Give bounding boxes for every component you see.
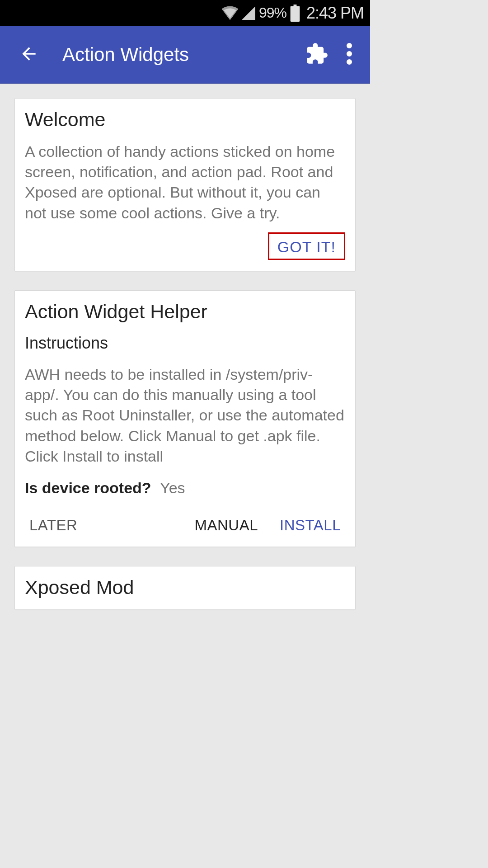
arrow-left-icon bbox=[19, 44, 39, 66]
signal-icon bbox=[242, 6, 255, 20]
svg-point-4 bbox=[347, 59, 352, 65]
battery-percentage: 99% bbox=[259, 5, 286, 21]
page-title: Action Widgets bbox=[62, 44, 300, 66]
puzzle-piece-icon bbox=[305, 42, 328, 67]
svg-point-2 bbox=[347, 43, 352, 48]
rooted-status-row: Is device rooted? Yes bbox=[25, 479, 345, 497]
app-bar: Action Widgets bbox=[0, 26, 370, 84]
got-it-button[interactable]: GOT IT! bbox=[268, 232, 345, 260]
overflow-menu-button[interactable] bbox=[333, 38, 366, 71]
xposed-card: Xposed Mod bbox=[14, 566, 356, 610]
svg-rect-1 bbox=[293, 5, 296, 6]
content-scroll[interactable]: Welcome A collection of handy actions st… bbox=[0, 84, 370, 610]
helper-subtitle: Instructions bbox=[25, 334, 345, 353]
helper-body: AWH needs to be installed in /system/pri… bbox=[25, 364, 345, 467]
install-button[interactable]: INSTALL bbox=[275, 512, 345, 538]
wifi-icon bbox=[222, 6, 238, 20]
helper-title: Action Widget Helper bbox=[25, 301, 345, 323]
later-button[interactable]: LATER bbox=[25, 512, 82, 538]
helper-card: Action Widget Helper Instructions AWH ne… bbox=[14, 290, 356, 547]
more-vert-icon bbox=[347, 43, 352, 66]
manual-button[interactable]: MANUAL bbox=[190, 512, 263, 538]
status-bar: 99% 2:43 PM bbox=[0, 0, 370, 26]
battery-icon bbox=[290, 5, 300, 22]
svg-rect-0 bbox=[291, 6, 300, 22]
welcome-title: Welcome bbox=[25, 108, 345, 131]
extensions-button[interactable] bbox=[300, 38, 333, 71]
back-button[interactable] bbox=[13, 38, 45, 71]
xposed-title: Xposed Mod bbox=[25, 576, 345, 599]
rooted-value: Yes bbox=[160, 479, 185, 496]
status-time: 2:43 PM bbox=[306, 4, 364, 23]
svg-point-3 bbox=[347, 51, 352, 57]
welcome-body: A collection of handy actions sticked on… bbox=[25, 142, 345, 223]
rooted-label: Is device rooted? bbox=[25, 479, 151, 496]
welcome-card: Welcome A collection of handy actions st… bbox=[14, 98, 356, 271]
